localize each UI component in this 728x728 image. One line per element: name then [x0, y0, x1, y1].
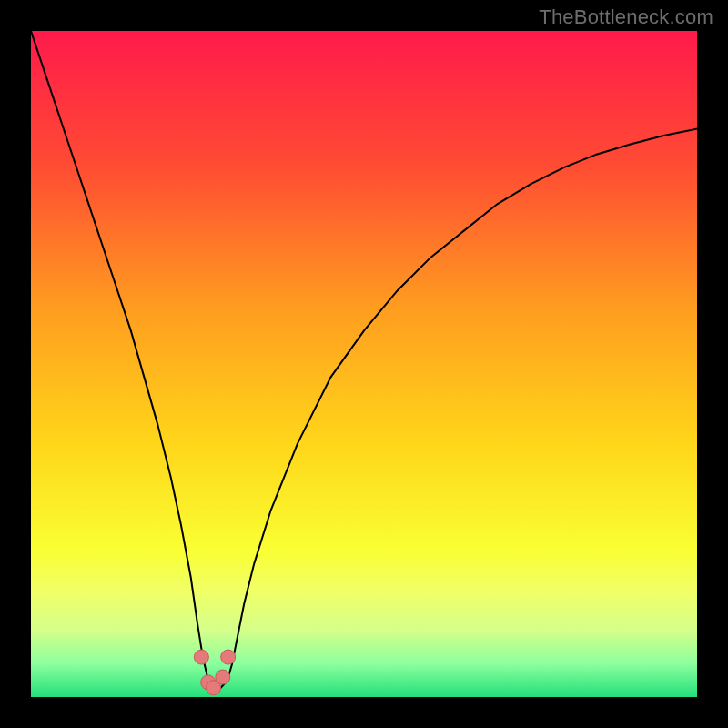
plot-area	[31, 31, 697, 697]
gradient-background	[31, 31, 697, 697]
chart-frame: TheBottleneck.com	[0, 0, 728, 728]
svg-rect-0	[31, 31, 697, 697]
watermark-text: TheBottleneck.com	[539, 5, 713, 29]
